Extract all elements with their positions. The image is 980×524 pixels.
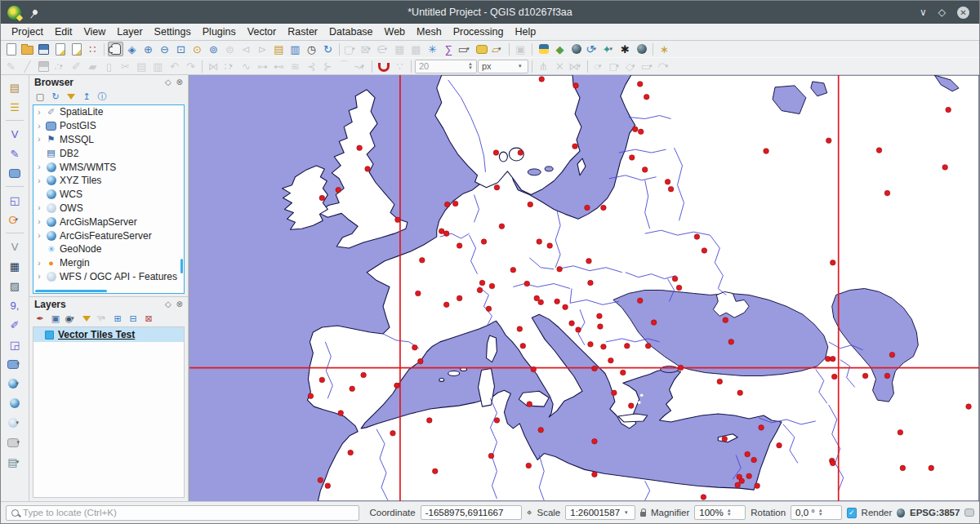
expander-icon[interactable]: › — [36, 272, 42, 281]
menu-layer[interactable]: Layer — [111, 24, 148, 39]
zoom-full-icon[interactable]: ⊡ — [173, 42, 189, 56]
snapping-options-icon[interactable] — [376, 59, 391, 73]
menu-web[interactable]: Web — [379, 24, 411, 39]
expander-icon[interactable]: › — [36, 135, 42, 144]
add-postgis-layer-icon[interactable]: ▾ — [4, 355, 25, 373]
python-console-icon[interactable] — [536, 42, 551, 56]
pin-icon[interactable] — [32, 9, 38, 16]
add-raster-layer-icon[interactable]: ▦ — [4, 257, 25, 275]
menu-settings[interactable]: Settings — [149, 24, 197, 39]
layers-close-button[interactable]: ⊗ — [176, 300, 183, 309]
expander-icon[interactable]: › — [36, 231, 42, 240]
new-shapefile-layer-icon[interactable]: V — [4, 238, 25, 255]
misc-plugin-icon[interactable]: ∗ — [657, 42, 672, 56]
add-wms-layer-icon[interactable]: ▾ — [4, 375, 25, 393]
collapse-all-layers-icon[interactable]: ⊟ — [127, 313, 140, 325]
layers-float-button[interactable]: ◇ — [165, 300, 172, 309]
new-project-icon[interactable] — [3, 42, 19, 56]
remove-layer-icon[interactable]: ⊠ — [142, 313, 155, 325]
expand-all-icon[interactable]: ⊞ — [111, 313, 124, 325]
browser-item-spatialite[interactable]: ›✐SpatiaLite — [33, 105, 184, 119]
browser-vscrollbar[interactable] — [180, 259, 183, 273]
add-selected-layers-icon[interactable]: ▢ — [33, 91, 47, 103]
crs-value[interactable]: EPSG:3857 — [910, 508, 960, 517]
open-layer-styling-icon[interactable]: ✒ — [33, 313, 47, 325]
scale-combo[interactable]: 1:26001587▾ — [565, 505, 635, 520]
show-spatial-bookmarks-icon[interactable]: ▥ — [287, 42, 303, 56]
browser-item-ows[interactable]: ›OWS — [33, 202, 184, 215]
snapping-units[interactable]: px▾ — [478, 60, 528, 73]
menu-view[interactable]: View — [78, 24, 111, 39]
browser-item-arcgisfeatureserver[interactable]: ›ArcGisFeatureServer — [33, 229, 184, 242]
rotation-spin[interactable]: 0,0 °▲▼ — [791, 505, 842, 520]
lock-scale-icon[interactable] — [640, 512, 646, 517]
browser-float-button[interactable]: ◇ — [165, 78, 172, 87]
debugging-tools-icon[interactable]: ✱ — [617, 42, 633, 56]
messages-icon[interactable] — [964, 508, 974, 517]
browser-close-button[interactable]: ⊗ — [176, 78, 183, 87]
layer-item[interactable]: Vector Tiles Test — [33, 327, 184, 342]
menu-edit[interactable]: Edit — [49, 24, 78, 39]
add-vector-layer-icon[interactable]: V — [4, 125, 25, 143]
open-data-source-manager-icon[interactable]: ▤ — [4, 78, 25, 96]
expander-icon[interactable]: › — [36, 122, 42, 131]
new-annotation-icon[interactable]: ▱▾ — [490, 42, 506, 56]
add-spatialite-layer-icon[interactable]: ✎ — [4, 144, 25, 162]
add-database-layer-icon[interactable]: ☰ — [4, 98, 25, 116]
maximize-button[interactable]: ◇ — [938, 7, 946, 18]
render-checkbox[interactable]: ✓ — [847, 508, 857, 518]
menu-raster[interactable]: Raster — [282, 24, 323, 39]
add-vector-tile-layer-icon[interactable]: ▤▾ — [4, 453, 25, 471]
processing-history-icon[interactable]: ↺▾ — [585, 42, 600, 56]
map-tips-icon[interactable] — [474, 42, 489, 56]
resource-sharing-icon[interactable]: ✦▾ — [601, 42, 617, 56]
browser-item-xyz-tiles[interactable]: ›XYZ Tiles — [33, 174, 184, 188]
coordinate-input[interactable]: -1658975,6911667 — [421, 505, 522, 520]
expander-icon[interactable]: › — [36, 259, 42, 268]
add-mesh-layer-icon[interactable]: ▨ — [4, 277, 25, 295]
magnifier-spin[interactable]: 100%▲▼ — [694, 505, 746, 520]
save-project-icon[interactable] — [36, 42, 51, 56]
add-oracle-layer-icon[interactable]: ▾ — [4, 433, 25, 451]
collapse-all-icon[interactable]: ↥ — [80, 91, 93, 103]
browser-item-geonode[interactable]: ✳GeoNode — [33, 242, 184, 256]
browser-item-postgis[interactable]: ›PostGIS — [33, 119, 184, 133]
new-spatial-bookmark-icon[interactable]: ▤ — [271, 42, 287, 56]
map-canvas[interactable] — [189, 75, 979, 501]
menu-plugins[interactable]: Plugins — [197, 24, 242, 39]
zoom-in-icon[interactable]: ⊕ — [140, 42, 156, 56]
new-virtual-layer-icon[interactable]: ◲ — [4, 335, 25, 353]
temporal-controller-icon[interactable]: ◷ — [304, 42, 319, 56]
expander-icon[interactable]: › — [36, 203, 42, 212]
processing-toolbox-icon[interactable]: ✳ — [425, 42, 440, 56]
expander-icon[interactable]: › — [36, 108, 42, 117]
extents-icon[interactable]: ⌖ — [527, 508, 532, 518]
layer-visibility-checkbox[interactable] — [45, 331, 54, 340]
add-mssql-layer-icon[interactable] — [4, 164, 25, 182]
add-geopackage-layer-icon[interactable]: G▾ — [4, 211, 25, 229]
minimize-button[interactable]: ∨ — [920, 7, 927, 18]
expander-icon[interactable]: › — [36, 217, 42, 226]
add-wfs-layer-icon[interactable]: ▾ — [4, 414, 25, 432]
expander-icon[interactable]: › — [36, 162, 42, 171]
browser-item-mssql[interactable]: ›⚑MSSQL — [33, 133, 184, 147]
browser-hscrollbar[interactable] — [35, 290, 107, 292]
open-project-icon[interactable] — [20, 42, 35, 56]
menu-mesh[interactable]: Mesh — [411, 24, 448, 39]
menu-processing[interactable]: Processing — [448, 24, 510, 39]
pan-map-icon[interactable] — [108, 42, 123, 56]
zoom-to-layer-icon[interactable]: ⊚ — [206, 42, 221, 56]
browser-item-mergin[interactable]: ›●Mergin — [33, 256, 184, 270]
new-spatialite-layer-icon[interactable]: ✐ — [4, 316, 25, 334]
refresh-browser-icon[interactable]: ↻ — [49, 91, 62, 103]
refresh-map-icon[interactable]: ↻ — [320, 42, 336, 56]
add-virtual-layer-icon[interactable]: ◱ — [4, 191, 25, 209]
browser-item-wms-wmts[interactable]: ›WMS/WMTS — [33, 160, 184, 174]
pan-to-selection-icon[interactable]: ◈ — [124, 42, 140, 56]
style-manager-icon[interactable]: ∷ — [85, 42, 100, 56]
add-group-icon[interactable]: ▣ — [49, 313, 62, 325]
zoom-to-selection-icon[interactable]: ⊙ — [189, 42, 205, 56]
menu-database[interactable]: Database — [323, 24, 379, 39]
quickmapservices-icon[interactable] — [634, 42, 649, 56]
browser-item-arcgismapserver[interactable]: ›ArcGisMapServer — [33, 215, 184, 229]
